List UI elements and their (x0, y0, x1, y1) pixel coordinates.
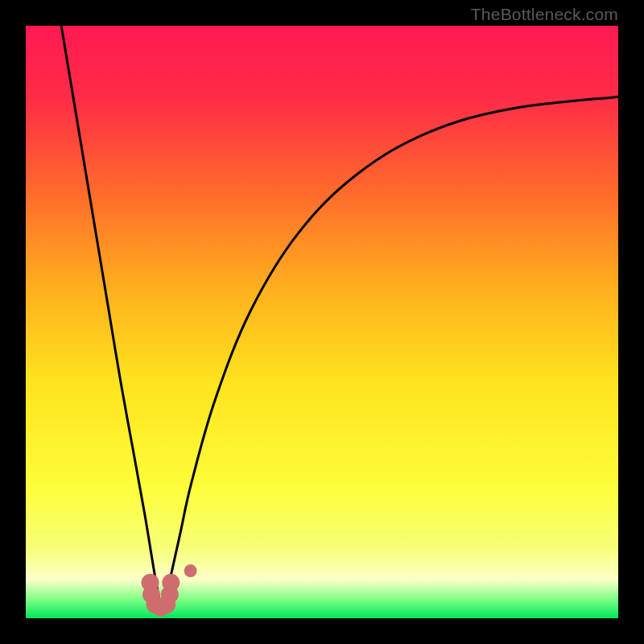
u-marker-right-top (162, 574, 180, 592)
curve-right-branch (162, 97, 618, 612)
chart-root: { "watermark": { "text": "TheBottleneck.… (0, 0, 644, 644)
dot-separate (184, 564, 197, 577)
marker-group (142, 564, 197, 617)
curve-left-branch (61, 26, 162, 613)
curve-layer (0, 0, 644, 644)
watermark-text: TheBottleneck.com (471, 5, 618, 24)
